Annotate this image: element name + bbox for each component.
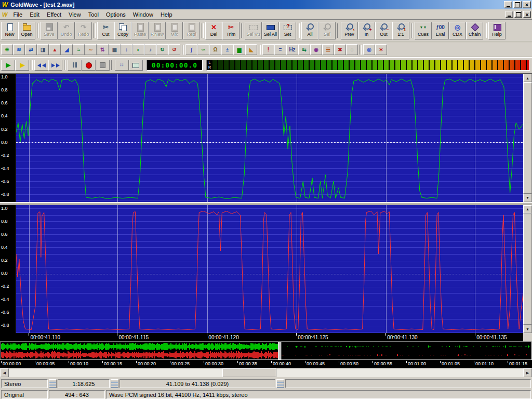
zoom-previous-button[interactable]: ‹Prev	[341, 22, 358, 39]
record-mode-button[interactable]: ∷	[115, 60, 129, 71]
undo-button[interactable]: ↶Undo	[58, 22, 75, 39]
menu-window[interactable]: Window	[129, 10, 157, 19]
pan-button[interactable]: ◐	[132, 44, 144, 55]
fade-button[interactable]: ◣	[245, 44, 257, 55]
filter-button[interactable]: ◢	[61, 44, 73, 55]
mix-button[interactable]: Mix	[166, 22, 183, 39]
offset-button[interactable]: ↕	[121, 44, 132, 55]
record-button[interactable]	[82, 60, 96, 71]
hscroll-track[interactable]	[9, 368, 523, 377]
cut-button[interactable]: ✂Cut	[97, 22, 114, 39]
menu-effect[interactable]: Effect	[43, 10, 65, 19]
overview-position-marker[interactable]	[278, 342, 282, 360]
expander-button[interactable]: ▲	[49, 44, 61, 55]
cues-button[interactable]: ▼▼Cues	[415, 22, 432, 39]
maximize-volume-button[interactable]: !	[262, 44, 274, 55]
scroll-up-button[interactable]: ▲	[523, 205, 532, 214]
pitch-button[interactable]: ♪	[144, 44, 156, 55]
save-button[interactable]: Save	[41, 22, 58, 39]
vscroll-thumb-left[interactable]	[523, 82, 532, 194]
mechanize-button[interactable]: ▦	[109, 44, 121, 55]
dynamics-button[interactable]: ⇄	[25, 44, 37, 55]
overview-bar[interactable]	[0, 341, 532, 360]
fast-forward-button[interactable]	[48, 60, 62, 71]
zoom-1-1-button[interactable]: 11:1	[392, 22, 409, 39]
cd-reader-button[interactable]: ◎	[363, 44, 375, 55]
flanger-button[interactable]: ≈	[73, 44, 85, 55]
copy-button[interactable]: Copy	[114, 22, 131, 39]
voice-over-button[interactable]: ◉	[310, 44, 322, 55]
match-volume-button[interactable]: =	[274, 44, 286, 55]
volume-button[interactable]: ▆	[233, 44, 245, 55]
zoom-in-button[interactable]: +In	[358, 22, 375, 39]
equalizer-button[interactable]: ☰	[322, 44, 334, 55]
invert-button[interactable]: ⇅	[97, 44, 109, 55]
vscroll-track-left[interactable]	[523, 82, 532, 194]
set-selection-button[interactable]: Set	[279, 22, 296, 39]
vertical-scrollbar-left[interactable]: ▲ ▼	[523, 74, 532, 202]
vscroll-thumb-right[interactable]	[523, 214, 532, 325]
reverse-button[interactable]: ↺	[168, 44, 180, 55]
smoother-button[interactable]: ∽	[197, 44, 209, 55]
scroll-left-button[interactable]: ◀	[0, 368, 9, 377]
interpolate-button[interactable]: ∼	[85, 44, 97, 55]
pause-button[interactable]	[68, 60, 82, 71]
select-view-button[interactable]: Sel Vu	[245, 22, 262, 39]
stop-button[interactable]	[96, 60, 110, 71]
menu-help[interactable]: Help	[157, 10, 176, 19]
mdi-minimize-button[interactable]	[506, 11, 513, 18]
playback-rate-button[interactable]: ↻	[156, 44, 168, 55]
redo-button[interactable]: ↷Redo	[75, 22, 92, 39]
menu-view[interactable]: View	[65, 10, 85, 19]
scroll-up-button[interactable]: ▲	[523, 74, 532, 82]
document-icon[interactable]: W	[2, 11, 7, 18]
maximize-button[interactable]	[513, 1, 522, 8]
vertical-scrollbar-right[interactable]: ▲ ▼	[523, 205, 532, 334]
zoom-selection-button[interactable]: Sel	[318, 22, 336, 39]
echo-button[interactable]: ◨	[37, 44, 49, 55]
scroll-down-button[interactable]: ▼	[523, 194, 532, 202]
monitor-button[interactable]	[129, 60, 143, 71]
delete-button[interactable]: ✕Del	[205, 22, 222, 39]
vscroll-track-right[interactable]	[523, 214, 532, 325]
menu-options[interactable]: Options	[102, 10, 129, 19]
select-all-button[interactable]: Sel All	[262, 22, 279, 39]
mdi-restore-button[interactable]	[514, 11, 522, 18]
rewind-button[interactable]	[34, 60, 48, 71]
waveform-plot-left[interactable]	[16, 74, 523, 202]
play-button[interactable]	[1, 60, 15, 71]
waveform-plot-right[interactable]	[16, 205, 523, 334]
device-controls-button[interactable]: ✳	[1, 44, 13, 55]
zoom-all-button[interactable]: All	[301, 22, 318, 39]
new-button[interactable]: New	[1, 22, 18, 39]
time-warp-button[interactable]: Ω	[209, 44, 221, 55]
open-button[interactable]: Open	[18, 22, 35, 39]
close-button[interactable]: ×	[523, 1, 531, 8]
trim-button[interactable]: ✂Trim	[222, 22, 240, 39]
scroll-right-button[interactable]: ▶	[523, 368, 532, 377]
paste-button[interactable]: Paste	[131, 22, 149, 39]
channel-mixer-button[interactable]: ⇆	[298, 44, 310, 55]
chain-button[interactable]: Chain	[466, 22, 483, 39]
pop-removal-button[interactable]: ◌	[346, 44, 358, 55]
noise-reduction-button[interactable]: ✖	[334, 44, 346, 55]
menu-tool[interactable]: Tool	[85, 10, 102, 19]
cdx-button[interactable]: ◎CDX	[449, 22, 466, 39]
menu-edit[interactable]: Edit	[26, 10, 43, 19]
replace-button[interactable]: Repl	[183, 22, 200, 39]
minimize-button[interactable]	[504, 1, 512, 8]
doppler-button[interactable]: ≋	[13, 44, 25, 55]
express-fx-button[interactable]: ✶	[375, 44, 387, 55]
zoom-out-button[interactable]: −Out	[375, 22, 392, 39]
mdi-close-button[interactable]: ×	[523, 11, 531, 18]
transpose-button[interactable]: ±	[221, 44, 233, 55]
evaluate-button[interactable]: ƒ00Eval	[432, 22, 449, 39]
horizontal-scrollbar[interactable]: ◀ ▶	[0, 368, 532, 377]
hscroll-thumb[interactable]	[222, 368, 276, 377]
menu-file[interactable]: File	[9, 10, 26, 19]
resample-button[interactable]: Hz	[286, 44, 298, 55]
shape-volume-button[interactable]: ∫	[185, 44, 197, 55]
help-button[interactable]: Help	[488, 22, 506, 39]
scroll-down-button[interactable]: ▼	[523, 325, 532, 333]
paste-new-button[interactable]: P.New	[149, 22, 166, 39]
